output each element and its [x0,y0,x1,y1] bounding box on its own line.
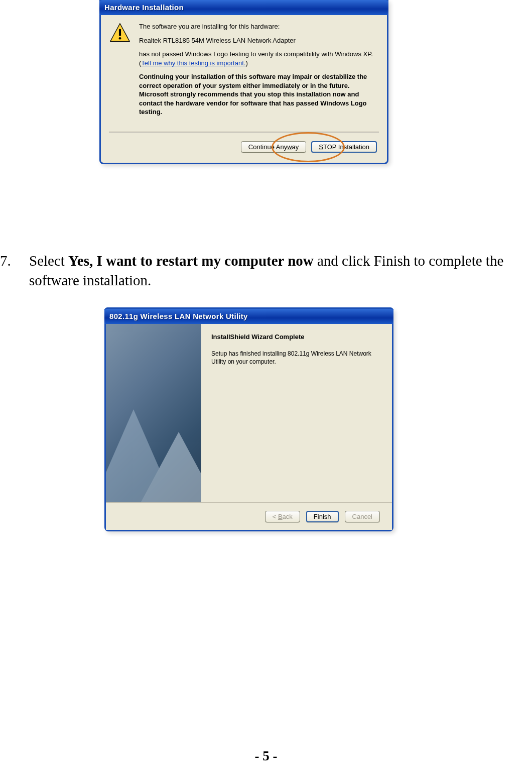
wizard-button-bar: < Back Finish Cancel [106,502,392,530]
document-page: Hardware Installation The software you a… [0,0,532,774]
svg-rect-1 [119,29,121,36]
finish-button[interactable]: Finish [306,511,339,522]
back-button: < Back [265,511,300,522]
warning-paragraph: Continuing your installation of this sof… [139,72,379,117]
wizard-body-text: Setup has finished installing 802.11g Wi… [211,350,382,366]
dialog-title: Hardware Installation [99,0,388,15]
btn-text: < [273,513,278,520]
step-instruction: 7. Select Yes, I want to restart my comp… [0,251,532,290]
dialog-inner: InstallShield Wizard Complete Setup has … [106,324,392,530]
btn-text: ay [292,143,299,151]
dialog-title: 802.11g Wireless LAN Network Utility [104,307,393,324]
btn-accel: S [319,143,323,151]
warning-icon [109,22,131,44]
wizard-content: InstallShield Wizard Complete Setup has … [201,324,392,519]
page-number: - 5 - [0,748,532,764]
logo-test-text: has not passed Windows Logo testing to v… [139,50,379,67]
intro-text: The software you are installing for this… [139,22,379,31]
wizard-sidebar-graphic [106,324,201,510]
btn-text: Continue Any [248,143,287,151]
stop-installation-button[interactable]: STOP Installation [311,141,377,153]
btn-text: ack [283,513,293,520]
svg-point-2 [119,37,121,40]
dialog-text: The software you are installing for this… [139,22,379,122]
step-text: Select Yes, I want to restart my compute… [29,251,532,290]
text-segment: ) [245,59,247,67]
dialog-button-bar: Continue Anyway STOP Installation [101,133,387,163]
btn-accel: w [287,143,292,151]
device-name: Realtek RTL8185 54M Wireless LAN Network… [139,36,379,45]
wizard-heading: InstallShield Wizard Complete [211,333,382,341]
btn-accel: B [278,513,283,520]
restart-option-name: Yes, I want to restart my computer now [68,253,314,269]
text-segment: Select [29,253,68,269]
hardware-installation-dialog: Hardware Installation The software you a… [99,0,388,164]
why-testing-link[interactable]: Tell me why this testing is important. [141,59,245,67]
wizard-complete-dialog: 802.11g Wireless LAN Network Utility Ins… [104,309,393,531]
btn-text: TOP Installation [323,143,369,151]
continue-anyway-button[interactable]: Continue Anyway [241,141,306,153]
dialog-body: The software you are installing for this… [101,15,387,125]
cancel-button: Cancel [345,511,380,522]
step-number: 7. [0,251,29,290]
